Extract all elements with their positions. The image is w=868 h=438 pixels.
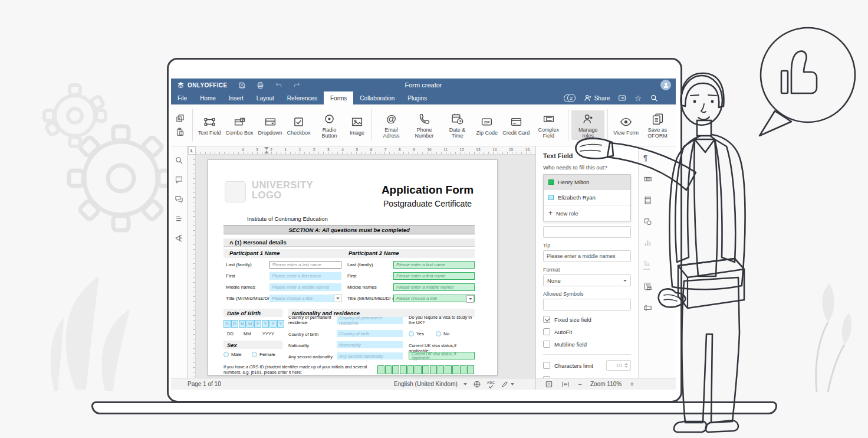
set-language-icon[interactable] xyxy=(473,380,481,388)
p2-title-dropdown[interactable]: Please choose a title xyxy=(393,295,475,302)
paste-button[interactable] xyxy=(176,128,185,136)
navigation-icon[interactable] xyxy=(175,214,183,223)
character-holding-hand xyxy=(659,289,686,307)
dob-comb-field[interactable]: DD MM YY YY xyxy=(223,320,285,328)
comments-icon[interactable] xyxy=(175,175,183,184)
p1-middle-field[interactable]: Please enter a middle names xyxy=(269,283,341,291)
dob-header: Date of Birth xyxy=(223,309,282,317)
p2-middle-label: Middle names xyxy=(347,285,377,290)
spell-check-icon[interactable]: ABC xyxy=(487,381,495,387)
feedback-icon[interactable] xyxy=(175,234,183,243)
dropdown-arrow[interactable] xyxy=(466,295,474,303)
combo-box-button[interactable]: Combo Box xyxy=(223,113,256,137)
fit-to-page-icon[interactable] xyxy=(545,380,553,388)
tab-plugins[interactable]: Plugins xyxy=(401,91,433,104)
p1-first-field[interactable]: Please enter a first name xyxy=(269,272,341,280)
character-legs xyxy=(682,277,739,423)
vertical-ruler[interactable] xyxy=(188,155,196,378)
complex-field-icon xyxy=(542,113,555,125)
university-logo-placeholder xyxy=(225,181,246,202)
copy-button[interactable] xyxy=(176,114,185,123)
checkbox-button[interactable]: Checkbox xyxy=(285,113,313,137)
chat-icon[interactable] xyxy=(175,195,183,204)
p1-last-field[interactable]: Please enter a last name xyxy=(269,261,341,269)
clipboard-group xyxy=(171,114,189,136)
nat-row4-label: Any second nationality xyxy=(288,354,333,359)
nat-row2-field[interactable]: Country of birth xyxy=(337,330,403,337)
radio-button-icon xyxy=(323,113,336,125)
chevron-down-icon xyxy=(463,383,467,385)
find-icon[interactable] xyxy=(175,156,183,165)
tab-references[interactable]: References xyxy=(281,91,324,104)
nat-row4-field[interactable]: Any second nationality xyxy=(337,352,403,359)
checkbox-icon xyxy=(543,328,550,335)
role-color-swatch xyxy=(548,195,554,200)
bubble-tail xyxy=(760,111,791,136)
app-logo: ONLYOFFICE xyxy=(171,81,228,89)
zip-code-button[interactable]: Zip Code xyxy=(474,113,501,137)
nat-row3-field[interactable]: Nacionality xyxy=(337,341,403,348)
credit-card-icon xyxy=(510,116,522,128)
tab-collaboration[interactable]: Collaboration xyxy=(353,91,401,104)
document-canvas[interactable]: UNIVERSITY LOGO Application Form Postgra… xyxy=(196,155,535,378)
credit-card-button[interactable]: Credit Card xyxy=(500,113,532,137)
toolbar-separator xyxy=(192,109,193,141)
participant-headers: Participant 1 Name Participant 2 Name xyxy=(223,249,475,258)
sex-female-option[interactable]: Female xyxy=(252,352,275,357)
plant-right-leaves xyxy=(822,283,851,345)
tab-home[interactable]: Home xyxy=(193,91,222,104)
ruler-ticks xyxy=(196,152,535,154)
dob-caption-mm: MM xyxy=(244,331,251,336)
brand-name: ONLYOFFICE xyxy=(188,82,228,89)
visa-no-option[interactable]: No xyxy=(436,331,449,336)
radio-icon xyxy=(436,331,441,336)
horizontal-ruler[interactable]: 4 3 2 1 1 2 3 4 5 6 7 8 9 10 11 12 13 14… xyxy=(196,146,535,155)
chevron-down-icon xyxy=(511,383,514,385)
indent-marker[interactable] xyxy=(264,147,269,153)
save-button[interactable] xyxy=(238,81,246,89)
visa-yes-option[interactable]: Yes xyxy=(409,331,424,336)
tab-forms[interactable]: Forms xyxy=(324,91,353,104)
pencil-icon xyxy=(501,380,509,388)
checkbox-icon xyxy=(292,116,305,128)
p2-last-field[interactable]: Please enter a last name xyxy=(393,261,475,269)
tab-stop-selector[interactable]: L xyxy=(188,146,196,155)
print-button[interactable] xyxy=(257,81,264,89)
text-field-button[interactable]: Text Field xyxy=(196,113,223,137)
dropdown-button[interactable]: Dropdown xyxy=(256,113,285,137)
personal-details-header: A (1) Rersonal details xyxy=(223,238,475,247)
document-language[interactable]: English (United Kindom) xyxy=(394,381,458,387)
document-page[interactable]: UNIVERSITY LOGO Application Form Postgra… xyxy=(208,159,498,375)
p1-title-dropdown[interactable]: Please choose a title xyxy=(269,295,341,302)
tab-file[interactable]: File xyxy=(171,91,193,104)
phone-number-button[interactable]: Phone Number xyxy=(408,110,441,140)
radio-button-button[interactable]: Radio Button xyxy=(313,110,346,140)
calendar-clock-icon xyxy=(451,113,463,125)
crs-comb-field[interactable] xyxy=(377,365,475,374)
plant-right xyxy=(816,322,844,392)
date-time-button[interactable]: Date & Time xyxy=(441,110,474,140)
redo-button[interactable] xyxy=(293,81,301,89)
track-changes-button[interactable] xyxy=(501,380,514,388)
dropdown-arrow[interactable] xyxy=(334,295,341,302)
visa-status-field[interactable]: Current UK visa status, if applicable xyxy=(409,352,475,359)
zip-code-icon xyxy=(481,116,493,128)
page-count[interactable]: Page 1 of 10 xyxy=(171,381,221,387)
section-a-header: SECTION A: All questions must be complet… xyxy=(223,225,475,234)
marketing-illustration: { "colors": { "titlebar_blue": "#446995"… xyxy=(0,0,868,438)
participant1-header: Participant 1 Name xyxy=(229,250,280,256)
p2-first-field[interactable]: Please enter a first name xyxy=(393,272,475,280)
tab-layout[interactable]: Layout xyxy=(250,91,281,104)
email-address-button[interactable]: @ Email Adress xyxy=(375,110,408,140)
nat-row1-field[interactable]: Country of permanent residence xyxy=(337,317,403,324)
image-button[interactable]: Image xyxy=(346,113,369,137)
combo-box-icon xyxy=(234,116,246,128)
p1-first-label: First xyxy=(226,273,235,279)
tab-insert[interactable]: Insert xyxy=(222,91,250,104)
text-field-icon xyxy=(203,116,216,128)
p2-middle-field[interactable]: Please enter a middle names xyxy=(393,283,475,291)
character-hair xyxy=(681,73,724,107)
sex-male-option[interactable]: Male xyxy=(223,352,241,357)
undo-button[interactable] xyxy=(275,81,282,89)
radio-icon xyxy=(409,331,414,336)
